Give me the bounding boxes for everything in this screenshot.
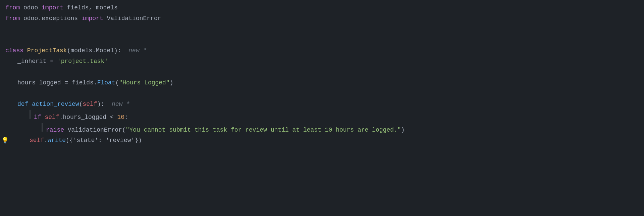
- indent-border: [30, 110, 31, 119]
- line-content-5: class ProjectTask (models.Model): new *: [0, 46, 147, 56]
- code-line-13: 💡 self . write ({'state': 'review'}): [0, 135, 644, 146]
- field-var: hours_logged: [17, 78, 61, 88]
- inherit-var: _inherit: [17, 57, 46, 66]
- line-content-4: [0, 35, 9, 45]
- error-string: "You cannot submit this task for review …: [126, 125, 401, 135]
- code-line-4: [0, 35, 644, 46]
- number-value: 10: [117, 113, 124, 122]
- code-line-6: _inherit = 'project.task': [0, 56, 644, 67]
- line-content-10: def action_review ( self ): new *: [0, 99, 130, 109]
- normal-text: fields, models: [63, 3, 118, 13]
- normal-text: (: [115, 78, 119, 88]
- string-value: 'project.task': [57, 57, 108, 66]
- code-line-10: def action_review ( self ): new *: [0, 99, 644, 110]
- keyword-def: def: [17, 99, 28, 109]
- method-write: write: [48, 136, 66, 145]
- line-content-11: if self .hours_logged < 10 :: [0, 110, 128, 122]
- normal-text: .: [44, 136, 48, 145]
- new-marker: new *: [128, 46, 147, 56]
- keyword-from: from: [5, 14, 20, 23]
- normal-text: ValidationError: [103, 14, 161, 23]
- code-line-1: from odoo import fields, models: [0, 3, 644, 13]
- line-content-9: [0, 89, 9, 98]
- bulb-icon: 💡: [1, 136, 9, 145]
- code-line-3: [0, 24, 644, 35]
- keyword-self: self: [41, 113, 59, 122]
- line-content-1: from odoo import fields, models: [0, 3, 118, 13]
- code-line-12: raise ValidationError( "You cannot submi…: [0, 123, 644, 135]
- string-value: "Hours Logged": [119, 78, 169, 88]
- normal-text: .hours_logged <: [59, 113, 117, 122]
- normal-text: [28, 99, 32, 109]
- line-content-8: hours_logged = fields. Float ( "Hours Lo…: [0, 78, 173, 88]
- normal-text: odoo: [20, 3, 42, 13]
- normal-text: (: [79, 99, 83, 109]
- normal-text: ): [401, 125, 405, 135]
- line-content-13: self . write ({'state': 'review'}): [0, 136, 142, 145]
- code-line-2: from odoo.exceptions import ValidationEr…: [0, 13, 644, 24]
- normal-text: (models.Model):: [67, 46, 129, 56]
- indent-border: [42, 123, 43, 132]
- keyword-raise: raise: [46, 125, 64, 135]
- normal-text: [23, 46, 27, 56]
- normal-text: =: [46, 57, 57, 66]
- normal-text: ):: [97, 99, 112, 109]
- function-name: action_review: [32, 99, 79, 109]
- normal-text: ({'state': 'review'}): [66, 136, 142, 145]
- line-content-7: [0, 67, 9, 77]
- normal-text: odoo.exceptions: [20, 14, 82, 23]
- param-self: self: [83, 99, 97, 109]
- line-content-12: raise ValidationError( "You cannot submi…: [0, 123, 405, 135]
- method-name: Float: [97, 78, 115, 88]
- keyword-self: self: [30, 136, 44, 145]
- line-content-3: [0, 24, 9, 34]
- keyword-if: if: [34, 113, 41, 122]
- keyword-from: from: [5, 3, 20, 13]
- code-line-9: [0, 88, 644, 99]
- code-line-11: if self .hours_logged < 10 :: [0, 110, 644, 123]
- line-content-6: _inherit = 'project.task': [0, 57, 108, 66]
- keyword-class: class: [5, 46, 23, 56]
- normal-text: :: [124, 113, 128, 122]
- code-line-5: class ProjectTask (models.Model): new *: [0, 46, 644, 56]
- line-content-2: from odoo.exceptions import ValidationEr…: [0, 14, 161, 23]
- keyword-import: import: [42, 3, 63, 13]
- class-name: ProjectTask: [27, 46, 67, 56]
- code-line-7: [0, 67, 644, 78]
- keyword-import: import: [82, 14, 103, 23]
- new-marker: new *: [112, 99, 130, 109]
- code-line-8: hours_logged = fields. Float ( "Hours Lo…: [0, 78, 644, 88]
- normal-text: = fields.: [61, 78, 97, 88]
- code-editor: from odoo import fields, models from odo…: [0, 0, 644, 216]
- normal-text: ValidationError(: [64, 125, 126, 135]
- normal-text: ): [170, 78, 173, 88]
